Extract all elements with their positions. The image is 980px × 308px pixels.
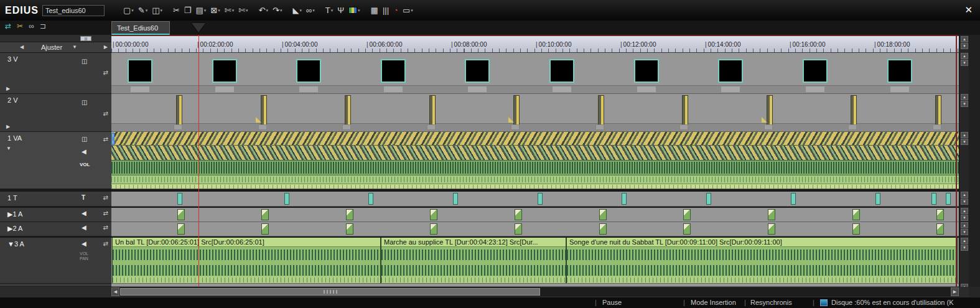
audio-mini-clip[interactable] xyxy=(936,209,944,220)
audio-mini-clip[interactable] xyxy=(261,209,269,220)
title-clip[interactable] xyxy=(284,193,289,205)
track-lane-1t[interactable] xyxy=(111,192,959,207)
expand-icon[interactable]: ▼ xyxy=(6,146,11,151)
scroll-up-icon[interactable]: ▲ xyxy=(961,222,968,228)
video-clip[interactable] xyxy=(345,95,351,129)
vertical-scroll-column[interactable]: ▲▼▲▼▲▼▲▼▲▼▲▼▲▼▲▼▲▼ xyxy=(959,35,969,287)
audio-clip[interactable]: Marche au supplice TL [Dur:00:04:23:12] … xyxy=(381,238,566,284)
multicam-cut-button[interactable]: ✄▾ xyxy=(237,3,249,18)
scroll-up-icon[interactable]: ▲ xyxy=(961,238,968,244)
track-lane-2a[interactable] xyxy=(111,222,959,236)
audio-mini-clip[interactable] xyxy=(683,209,691,220)
color-bars-button[interactable]: ▾ xyxy=(347,3,362,18)
audio-mini-clip[interactable] xyxy=(852,223,860,235)
video-clip-thumbnail[interactable] xyxy=(803,59,828,83)
sequence-tab[interactable]: Test_Edius60 xyxy=(111,21,170,35)
toggle-link-icon[interactable]: ∞ xyxy=(29,22,34,30)
scroll-up-icon[interactable]: ▲ xyxy=(961,192,968,198)
track-lane-1a[interactable] xyxy=(111,208,959,222)
redo-button[interactable]: ↷▾ xyxy=(271,3,283,18)
patch-icon[interactable]: ⇄ xyxy=(103,194,108,201)
video-clip[interactable] xyxy=(767,95,773,129)
audio-mixer-button[interactable]: ||| xyxy=(381,3,390,18)
transition-button[interactable]: ∞▾ xyxy=(305,3,316,18)
playhead-line[interactable] xyxy=(198,35,199,287)
audio-mini-clip[interactable] xyxy=(768,209,775,220)
scroll-down-icon[interactable]: ▼ xyxy=(961,60,968,66)
audio-clip[interactable]: Songe d'une nuit du Sabbat TL [Dur:00:09… xyxy=(566,238,958,284)
speaker-icon[interactable]: ◀ xyxy=(82,210,86,217)
title-clip[interactable] xyxy=(538,193,543,205)
audio-mini-clip[interactable] xyxy=(852,209,860,220)
preset-label[interactable]: Ajuster xyxy=(32,44,71,51)
preset-dropdown-icon[interactable]: ▼ xyxy=(72,44,77,50)
scroll-up-icon[interactable]: ▲ xyxy=(961,94,968,100)
toggle-insert-icon[interactable]: ⊐ xyxy=(40,22,46,30)
title-clip[interactable] xyxy=(791,193,796,205)
replace-button[interactable]: ⊠▾ xyxy=(209,3,221,18)
scroll-down-icon[interactable]: ▼ xyxy=(961,215,968,221)
video-clip-thumbnail[interactable] xyxy=(381,59,406,83)
scroll-down-icon[interactable]: ▼ xyxy=(961,229,968,235)
copy-button[interactable]: ❐ xyxy=(183,3,193,18)
title-clip[interactable] xyxy=(875,193,880,205)
video-clip-thumbnail[interactable] xyxy=(549,59,574,83)
scroll-down-icon[interactable]: ▼ xyxy=(961,139,968,145)
patch-icon[interactable]: ⇄ xyxy=(103,110,108,117)
loop-button[interactable]: ◔ xyxy=(392,3,399,18)
title-clip[interactable] xyxy=(622,193,627,205)
audio-mini-clip[interactable] xyxy=(768,223,775,235)
audio-mini-clip[interactable] xyxy=(515,209,522,220)
scroll-up-icon[interactable]: ▲ xyxy=(961,53,968,59)
track-header-2a[interactable]: ▶2 A◀⇄ xyxy=(0,222,111,236)
audio-mini-clip[interactable] xyxy=(515,223,522,235)
video-clip[interactable] xyxy=(176,95,182,129)
audio-mini-clip[interactable] xyxy=(683,223,691,235)
title-clip[interactable] xyxy=(706,193,711,205)
video-clip-thumbnail[interactable] xyxy=(296,59,321,83)
undo-button[interactable]: ↶▾ xyxy=(258,3,269,18)
voiceover-button[interactable]: Ψ xyxy=(336,3,345,18)
audio-mini-clip[interactable] xyxy=(599,223,607,235)
video-clip[interactable] xyxy=(598,95,604,129)
title-clip[interactable] xyxy=(931,193,936,205)
track-lane-3a[interactable]: Un bal TL [Dur:00:06:25:01] Src[Dur:00:0… xyxy=(111,238,959,284)
audio-mini-clip[interactable] xyxy=(430,209,437,220)
scroll-up-icon[interactable]: ▲ xyxy=(961,132,968,138)
audio-mini-clip[interactable] xyxy=(430,223,437,235)
audio-mini-clip[interactable] xyxy=(346,223,353,235)
video-clip[interactable] xyxy=(935,95,941,129)
audio-mini-clip[interactable] xyxy=(936,223,944,235)
film-icon[interactable]: ◫ xyxy=(82,58,87,65)
preset-next-icon[interactable]: ▶ xyxy=(104,44,108,50)
title-clip[interactable] xyxy=(368,193,373,205)
audio-mini-clip[interactable] xyxy=(346,209,353,220)
video-clip-thumbnail[interactable] xyxy=(887,59,912,83)
speaker-icon[interactable]: ◀ xyxy=(82,148,86,155)
export-grid-button[interactable]: ▦ xyxy=(370,3,380,18)
scroll-left-icon[interactable]: ◀ xyxy=(111,287,119,296)
track-lane-1va[interactable] xyxy=(111,132,959,189)
scroll-down-icon[interactable]: ▼ xyxy=(961,101,968,107)
scroll-up-icon[interactable]: ▲ xyxy=(961,208,968,214)
preset-prev-icon[interactable]: ◀ xyxy=(20,44,24,50)
video-clip-thumbnail[interactable] xyxy=(128,59,152,83)
scroll-down-icon[interactable]: ▼ xyxy=(961,43,968,49)
video-clip-thumbnail[interactable] xyxy=(465,59,490,83)
toggle-ripple-icon[interactable]: ✂ xyxy=(17,22,23,30)
track-lane-3v[interactable] xyxy=(111,53,959,94)
video-clip[interactable] xyxy=(261,95,267,129)
track-header-1t[interactable]: 1 TT⇄ xyxy=(0,192,111,207)
video-clip-thumbnail[interactable] xyxy=(212,59,237,83)
film-icon[interactable]: ◫ xyxy=(82,99,87,106)
paste-button[interactable]: ▤▾ xyxy=(195,3,208,18)
title-track-icon[interactable]: T xyxy=(82,194,85,201)
track-header-3v[interactable]: 3 V◫▶⇄ xyxy=(0,53,111,94)
video-clip[interactable] xyxy=(851,95,857,129)
track-header-3a[interactable]: ▼3 A◀VOLPAN⇄ xyxy=(0,238,111,284)
audio-mini-clip[interactable] xyxy=(177,223,185,235)
patch-icon[interactable]: ⇄ xyxy=(103,136,108,142)
cut-button[interactable]: ✂ xyxy=(172,3,181,18)
patch-icon[interactable]: ⇄ xyxy=(103,240,108,247)
track-header-1a[interactable]: ▶1 A◀⇄ xyxy=(0,208,111,222)
